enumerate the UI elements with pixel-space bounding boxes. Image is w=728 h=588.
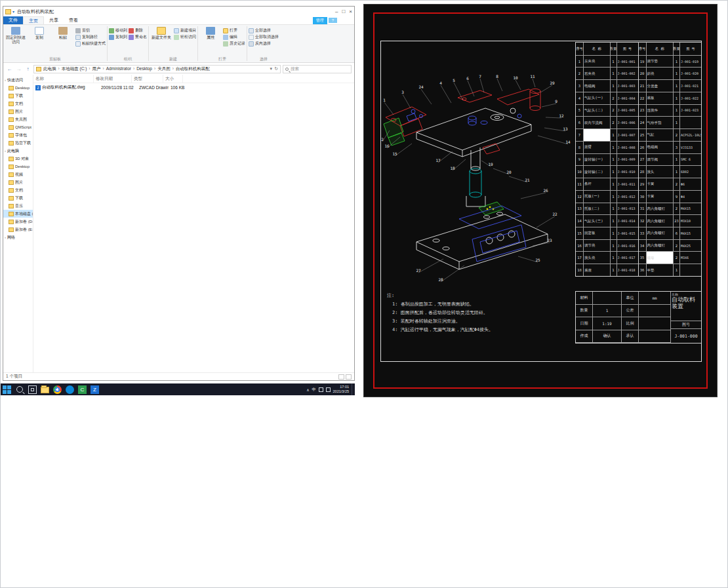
invert-selection-button[interactable]: 反向选择: [249, 41, 279, 47]
sidebar-item[interactable]: 图片: [3, 108, 33, 115]
close-button[interactable]: ×: [349, 9, 352, 14]
sidebar-item[interactable]: Desktop: [3, 84, 33, 92]
sidebar-item[interactable]: 文档: [3, 100, 33, 108]
refresh-icon[interactable]: ↻: [274, 66, 278, 71]
new-folder-button[interactable]: 新建文件夹: [150, 26, 172, 40]
address-bar[interactable]: 此电脑本地磁盘 (C:)用户AdministratorDesktop夹具图自动取…: [33, 65, 281, 73]
bom-cell-qty: 9: [674, 191, 680, 203]
edit-button[interactable]: 编辑: [223, 34, 245, 40]
sidebar-item[interactable]: 下载: [3, 194, 33, 202]
column-header-size[interactable]: 大小: [163, 75, 183, 83]
copy-to-icon: [109, 35, 114, 40]
sidebar-item[interactable]: 下载: [3, 92, 33, 100]
edge-icon[interactable]: [66, 385, 74, 394]
taskbar-search-icon[interactable]: [16, 386, 23, 393]
maximize-button[interactable]: □: [342, 9, 345, 14]
sidebar-item[interactable]: 夹具图: [3, 115, 33, 123]
show-desktop-button[interactable]: [352, 383, 354, 395]
sidebar-item[interactable]: 此电脑: [3, 147, 33, 155]
breadcrumb-item[interactable]: 此电脑: [43, 66, 62, 72]
breadcrumb-item[interactable]: 夹具图: [157, 66, 176, 72]
file-row[interactable]: Z 自动取料机构装配.dwg 2009/11/28 11:02 ZWCAD Dr…: [33, 83, 354, 92]
new-item-button[interactable]: 新建项目: [174, 28, 196, 33]
sidebar-item[interactable]: 新加卷 (D:): [3, 218, 33, 225]
minimize-button[interactable]: –: [335, 9, 338, 14]
cut-button[interactable]: 剪切: [75, 28, 106, 33]
tray-date: 2021/3/25: [333, 389, 349, 393]
task-view-icon[interactable]: [28, 385, 37, 394]
thumbnail-view-toggle-icon[interactable]: [346, 374, 352, 380]
search-box[interactable]: 搜索: [283, 65, 352, 73]
back-button[interactable]: ←: [6, 66, 13, 72]
select-none-button[interactable]: 全部取消选择: [249, 34, 279, 40]
sidebar-item[interactable]: 快速访问: [3, 76, 33, 84]
move-to-button[interactable]: 移动到: [109, 28, 127, 33]
chrome-icon[interactable]: [53, 385, 62, 394]
sidebar-item[interactable]: 本地磁盘 (C:): [3, 210, 33, 218]
svg-text:29: 29: [550, 81, 555, 85]
bom-cell-num: 22: [639, 92, 647, 104]
help-icon[interactable]: ?: [329, 18, 337, 23]
copy-button[interactable]: 复制: [28, 26, 51, 40]
contextual-tab-manage[interactable]: 管理: [313, 17, 327, 24]
history-button[interactable]: 历史记录: [223, 41, 245, 47]
paste-shortcut-button[interactable]: 粘贴快捷方式: [75, 41, 106, 47]
select-none-icon: [249, 35, 254, 40]
delete-button[interactable]: 删除: [129, 28, 147, 33]
ime-indicator[interactable]: 中: [312, 387, 316, 393]
cad-viewer-window[interactable]: 1232445678101129912131416151718192021262…: [363, 4, 718, 397]
sidebar-item[interactable]: 音乐: [3, 202, 33, 210]
rename-button[interactable]: 重命名: [129, 34, 147, 40]
copy-path-button[interactable]: 复制路径: [75, 34, 106, 40]
open-button[interactable]: 打开: [223, 28, 245, 33]
titlebar[interactable]: ▾ 自动取料机构装配 – □ ×: [3, 7, 354, 16]
volume-icon[interactable]: [326, 387, 331, 392]
tb-qty-label: 数量: [576, 305, 593, 318]
breadcrumb-item[interactable]: 本地磁盘 (C:): [62, 66, 92, 72]
ribbon-tab[interactable]: 共享: [44, 16, 64, 24]
sidebar-item[interactable]: 字体包: [3, 131, 33, 139]
select-all-button[interactable]: 全部选择: [249, 28, 279, 33]
clock[interactable]: 17:01 2021/3/25: [333, 385, 349, 394]
ribbon-tab[interactable]: 查看: [64, 16, 83, 24]
svg-text:27: 27: [416, 268, 421, 273]
properties-button[interactable]: 属性: [199, 26, 222, 40]
forward-button[interactable]: →: [15, 66, 22, 72]
cad-app-icon[interactable]: C: [78, 385, 87, 394]
zwcad-icon[interactable]: Z: [91, 385, 99, 394]
tab-file[interactable]: 文件: [3, 16, 23, 24]
breadcrumb-item[interactable]: Desktop: [136, 66, 157, 72]
pin-to-quick-access-button[interactable]: 固定到快速访问: [5, 26, 27, 45]
bom-cell-name: 内六角螺钉: [647, 203, 674, 215]
paste-button[interactable]: 粘贴: [52, 26, 74, 40]
details-view-toggle-icon[interactable]: [338, 374, 344, 380]
sidebar-item[interactable]: 视频: [3, 170, 33, 178]
column-header-type[interactable]: 类型: [132, 75, 163, 83]
sidebar-item[interactable]: QMScript: [3, 123, 33, 131]
breadcrumb-item[interactable]: 用户: [92, 66, 106, 72]
quick-access-toolbar-dropdown-icon[interactable]: ▾: [12, 9, 14, 14]
copy-to-button[interactable]: 复制到: [109, 34, 127, 40]
bom-header-row: 序号 名 称 数量 图 号: [576, 43, 638, 56]
network-icon[interactable]: [319, 387, 323, 392]
column-header-date[interactable]: 修改日期: [94, 75, 132, 83]
tray-chevron-icon[interactable]: ∧: [306, 387, 309, 392]
sidebar-item[interactable]: Desktop: [3, 163, 33, 170]
bom-row: 18 底座 1 J-001-018: [576, 264, 638, 276]
column-header-name[interactable]: 名称: [33, 75, 94, 83]
ribbon-tab[interactable]: 主页: [23, 16, 44, 24]
sidebar-item[interactable]: 迅雷下载: [3, 139, 33, 147]
ribbon-group-new: 新建文件夹 新建项目 轻松访问 新建: [149, 25, 197, 62]
sidebar-item[interactable]: 3D 对象: [3, 155, 33, 163]
start-button[interactable]: [3, 385, 11, 394]
sidebar-item[interactable]: 文档: [3, 186, 33, 194]
sidebar-item[interactable]: 新加卷 (E:): [3, 225, 33, 233]
address-dropdown-icon[interactable]: ▾: [270, 66, 273, 71]
easy-access-button[interactable]: 轻松访问: [174, 34, 196, 40]
up-button[interactable]: ↑: [24, 66, 31, 72]
sidebar-item[interactable]: 图片: [3, 178, 33, 186]
taskbar-file-explorer-icon[interactable]: [41, 387, 49, 393]
breadcrumb-item[interactable]: Administrator: [106, 66, 136, 72]
breadcrumb-item[interactable]: 自动取料机构装配: [176, 66, 214, 72]
sidebar-item[interactable]: 网络: [3, 233, 33, 241]
